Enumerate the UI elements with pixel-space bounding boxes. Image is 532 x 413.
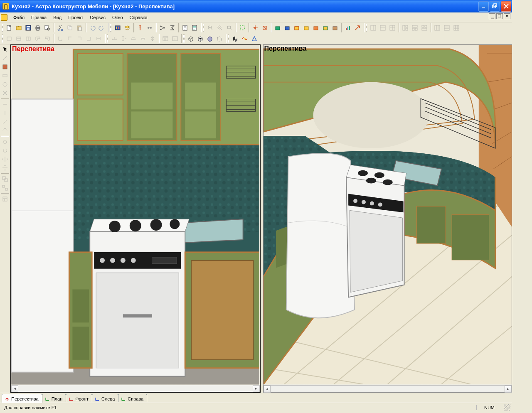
cut-button[interactable]	[56, 23, 65, 32]
viewport-right[interactable]: Перспектива	[263, 44, 512, 393]
circle-tool-button[interactable]	[0, 80, 10, 88]
dim-v-button[interactable]	[0, 109, 10, 117]
render4-button[interactable]	[302, 23, 311, 32]
arrow-button[interactable]	[353, 23, 362, 32]
zoom-in-button[interactable]	[206, 23, 215, 32]
texfill1-button[interactable]	[231, 34, 240, 43]
resize-grip-icon[interactable]	[504, 404, 510, 411]
new-button[interactable]	[5, 23, 14, 32]
view3-button[interactable]	[388, 23, 397, 32]
mdi-app-icon[interactable]	[1, 14, 7, 21]
box2-button[interactable]	[196, 34, 205, 43]
report-button[interactable]	[180, 23, 190, 32]
dim-h-button[interactable]	[0, 100, 10, 108]
rot-l-button[interactable]	[0, 138, 10, 146]
c8-button[interactable]	[75, 34, 84, 43]
render5-button[interactable]	[311, 23, 320, 32]
print-button[interactable]	[33, 23, 42, 32]
grip-icon[interactable]	[183, 34, 185, 43]
menu-window[interactable]: Окно	[109, 14, 126, 21]
viewport-right-hscroll[interactable]: ◄ ►	[264, 385, 512, 392]
menu-project[interactable]: Проект	[65, 14, 86, 21]
tab-plan[interactable]: План	[42, 394, 66, 402]
c2-button[interactable]	[14, 34, 23, 43]
cut-tool-button[interactable]	[0, 89, 10, 97]
d6-button[interactable]	[161, 34, 170, 43]
paste-button[interactable]	[75, 23, 84, 32]
view2-button[interactable]	[378, 23, 387, 32]
view4-button[interactable]	[401, 23, 410, 32]
c1-button[interactable]	[5, 34, 14, 43]
menu-service[interactable]: Сервис	[86, 14, 109, 21]
drill-button[interactable]	[135, 23, 145, 32]
scroll-track[interactable]	[18, 385, 253, 392]
select-mode-button[interactable]	[238, 23, 247, 32]
c5-button[interactable]	[43, 34, 52, 43]
view9-button[interactable]	[452, 23, 461, 32]
menu-edit[interactable]: Правка	[28, 14, 50, 21]
menu-view[interactable]: Вид	[50, 14, 65, 21]
zoom-out-button[interactable]	[215, 23, 224, 32]
tab-right[interactable]: Справа	[118, 394, 147, 402]
line-tool-button[interactable]	[0, 54, 10, 62]
view5-button[interactable]	[410, 23, 419, 32]
grip-icon[interactable]	[228, 34, 229, 43]
rect-tool-button[interactable]	[0, 71, 10, 80]
ungroup-button[interactable]	[0, 184, 10, 192]
render6-button[interactable]	[321, 23, 330, 32]
open-button[interactable]	[14, 23, 23, 32]
c9-button[interactable]	[84, 34, 94, 43]
grip-icon[interactable]	[2, 34, 3, 43]
save-button[interactable]	[24, 23, 33, 32]
zoom-fit-button[interactable]	[225, 23, 234, 32]
mirror-h-button[interactable]	[0, 155, 10, 163]
d4-button[interactable]	[138, 34, 148, 43]
texfill2-button[interactable]	[240, 34, 249, 43]
copy-button[interactable]	[65, 23, 74, 32]
scroll-left-icon[interactable]: ◄	[11, 385, 18, 392]
menu-file[interactable]: Файл	[10, 14, 28, 21]
export-button[interactable]	[190, 23, 199, 32]
pointer-tool-button[interactable]	[0, 45, 10, 54]
layers-button[interactable]	[123, 23, 132, 32]
render7-button[interactable]	[330, 23, 340, 32]
grip-icon[interactable]	[2, 24, 3, 32]
snap1-button[interactable]	[251, 23, 260, 32]
hardware-button[interactable]	[145, 23, 154, 32]
scroll-left-icon[interactable]: ◄	[264, 386, 271, 393]
panel-tool-button[interactable]	[0, 63, 10, 71]
tab-perspective[interactable]: Перспектива	[2, 394, 42, 403]
print-preview-button[interactable]	[43, 23, 52, 32]
scroll-right-icon[interactable]: ►	[505, 386, 512, 393]
render3-button[interactable]	[292, 23, 301, 32]
c6-button[interactable]	[56, 34, 65, 43]
c4-button[interactable]	[33, 34, 42, 43]
sum-button[interactable]	[167, 23, 177, 32]
tree-button[interactable]	[158, 23, 167, 32]
close-button[interactable]	[501, 1, 511, 12]
d5-button[interactable]	[148, 34, 157, 43]
rot-r-button[interactable]	[0, 146, 10, 155]
view1-button[interactable]	[369, 23, 378, 32]
grip-icon[interactable]	[107, 34, 108, 43]
scroll-right-icon[interactable]: ►	[253, 385, 260, 392]
grip-icon[interactable]	[203, 24, 204, 32]
view7-button[interactable]	[433, 23, 442, 32]
d3-button[interactable]	[129, 34, 138, 43]
d7-button[interactable]: T	[170, 34, 180, 43]
undo-button[interactable]	[88, 23, 97, 32]
c3-button[interactable]	[24, 34, 33, 43]
c7-button[interactable]	[65, 34, 74, 43]
mdi-restore-button[interactable]: ❐	[496, 13, 503, 19]
dim-r-button[interactable]	[0, 126, 10, 135]
d1-button[interactable]	[110, 34, 119, 43]
box1-button[interactable]	[186, 34, 195, 43]
group-button[interactable]	[0, 175, 10, 183]
snap2-button[interactable]	[260, 23, 269, 32]
viewport-left-canvas[interactable]: Перспектива	[11, 45, 260, 385]
chart-button[interactable]	[343, 23, 352, 32]
texfill3-button[interactable]	[250, 34, 259, 43]
redo-button[interactable]	[97, 23, 106, 32]
view6-button[interactable]	[420, 23, 429, 32]
box3-button[interactable]	[205, 34, 214, 43]
